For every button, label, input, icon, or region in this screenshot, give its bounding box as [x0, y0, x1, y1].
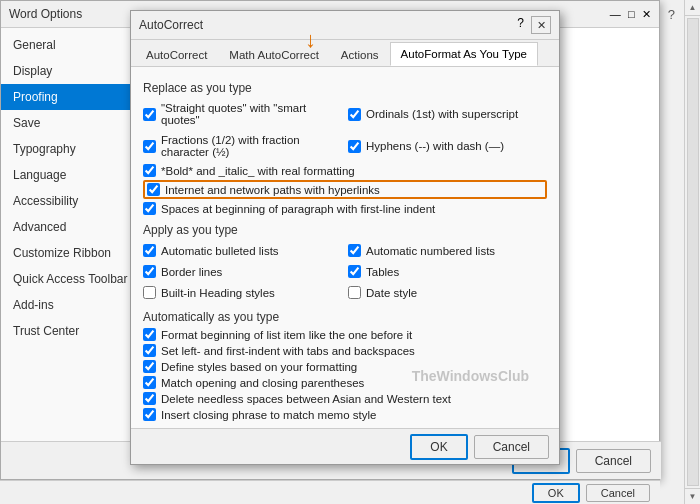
sidebar-item-general[interactable]: General — [1, 32, 145, 58]
tab-actions[interactable]: Actions — [330, 43, 390, 66]
border-lines-label: Border lines — [161, 266, 222, 278]
border-lines-checkbox[interactable] — [143, 265, 156, 278]
tables-label: Tables — [366, 266, 399, 278]
sidebar-item-customize-ribbon[interactable]: Customize Ribbon — [1, 240, 145, 266]
hyphens-checkbox[interactable] — [348, 140, 361, 153]
straight-quotes-checkbox[interactable] — [143, 108, 156, 121]
scroll-down-arrow[interactable]: ▼ — [685, 488, 701, 504]
sidebar-item-add-ins[interactable]: Add-ins — [1, 292, 145, 318]
hyphens-row: Hyphens (--) with dash (—) — [348, 134, 547, 158]
sidebar-item-trust-center[interactable]: Trust Center — [1, 318, 145, 344]
sidebar-item-save[interactable]: Save — [1, 110, 145, 136]
set-indent-label: Set left- and first-indent with tabs and… — [161, 345, 415, 357]
dialog-content: Replace as you type "Straight quotes" wi… — [131, 67, 559, 450]
minimize-icon[interactable]: — — [610, 8, 621, 20]
match-parentheses-row: Match opening and closing parentheses — [143, 376, 547, 389]
border-lines-row: Border lines — [143, 265, 342, 278]
set-indent-row: Set left- and first-indent with tabs and… — [143, 344, 547, 357]
spaces-indent-checkbox[interactable] — [143, 202, 156, 215]
set-indent-checkbox[interactable] — [143, 344, 156, 357]
ordinals-checkbox[interactable] — [348, 108, 361, 121]
delete-needless-spaces-checkbox[interactable] — [143, 392, 156, 405]
dialog-titlebar: AutoCorrect ? ✕ — [131, 11, 559, 40]
word-options-titlebar-controls: — □ ✕ — [610, 7, 651, 21]
auto-bulleted-checkbox[interactable] — [143, 244, 156, 257]
auto-bulleted-label: Automatic bulleted lists — [161, 245, 279, 257]
tables-row: Tables — [348, 265, 547, 278]
replace-section-label: Replace as you type — [143, 81, 547, 95]
delete-needless-spaces-label: Delete needless spaces between Asian and… — [161, 393, 451, 405]
date-style-label: Date style — [366, 287, 417, 299]
outer-bottom-bar: OK Cancel — [0, 480, 660, 504]
date-style-row: Date style — [348, 286, 547, 299]
delete-needless-spaces-row: Delete needless spaces between Asian and… — [143, 392, 547, 405]
internet-paths-checkbox[interactable] — [147, 183, 160, 196]
bold-italic-label: *Bold* and _italic_ with real formatting — [161, 165, 355, 177]
sidebar-item-display[interactable]: Display — [1, 58, 145, 84]
sidebar-item-language[interactable]: Language — [1, 162, 145, 188]
define-styles-row: Define styles based on your formatting — [143, 360, 547, 373]
builtin-heading-row: Built-in Heading styles — [143, 286, 342, 299]
dialog-title: AutoCorrect — [139, 18, 203, 32]
sidebar-item-accessibility[interactable]: Accessibility — [1, 188, 145, 214]
define-styles-checkbox[interactable] — [143, 360, 156, 373]
tables-checkbox[interactable] — [348, 265, 361, 278]
scroll-up-arrow[interactable]: ▲ — [685, 0, 701, 16]
sidebar-item-proofing[interactable]: Proofing — [1, 84, 145, 110]
outer-ok-button[interactable]: OK — [532, 483, 580, 503]
dialog-close-button[interactable]: ✕ — [531, 16, 551, 34]
word-options-cancel-button[interactable]: Cancel — [576, 449, 651, 473]
dialog-cancel-button[interactable]: Cancel — [474, 435, 549, 459]
sidebar-item-advanced[interactable]: Advanced — [1, 214, 145, 240]
internet-paths-label: Internet and network paths with hyperlin… — [165, 184, 380, 196]
dialog-ok-button[interactable]: OK — [410, 434, 467, 460]
dialog-help-icon[interactable]: ? — [512, 16, 529, 34]
replace-two-col: "Straight quotes" with "smart quotes" Or… — [143, 99, 547, 161]
fractions-checkbox[interactable] — [143, 140, 156, 153]
insert-closing-phrase-label: Insert closing phrase to match memo styl… — [161, 409, 376, 421]
tab-bar: AutoCorrect Math AutoCorrect Actions Aut… — [131, 40, 559, 67]
outer-cancel-button[interactable]: Cancel — [586, 484, 650, 502]
scrollbar-right: ▲ ▼ — [684, 0, 700, 504]
fractions-row: Fractions (1/2) with fraction character … — [143, 134, 342, 158]
format-list-item-row: Format beginning of list item like the o… — [143, 328, 547, 341]
builtin-heading-label: Built-in Heading styles — [161, 287, 275, 299]
straight-quotes-label: "Straight quotes" with "smart quotes" — [161, 102, 342, 126]
tab-autocorrect[interactable]: AutoCorrect — [135, 43, 218, 66]
bold-italic-row: *Bold* and _italic_ with real formatting — [143, 164, 547, 177]
dialog-bottom-bar: OK Cancel — [131, 428, 559, 464]
format-list-item-checkbox[interactable] — [143, 328, 156, 341]
arrow-indicator: ↓ — [305, 27, 316, 53]
match-parentheses-checkbox[interactable] — [143, 376, 156, 389]
auto-numbered-label: Automatic numbered lists — [366, 245, 495, 257]
match-parentheses-label: Match opening and closing parentheses — [161, 377, 364, 389]
spaces-indent-row: Spaces at beginning of paragraph with fi… — [143, 202, 547, 215]
apply-two-col: Automatic bulleted lists Automatic numbe… — [143, 241, 547, 302]
auto-numbered-row: Automatic numbered lists — [348, 244, 547, 257]
insert-closing-phrase-checkbox[interactable] — [143, 408, 156, 421]
apply-section-label: Apply as you type — [143, 223, 547, 237]
fractions-label: Fractions (1/2) with fraction character … — [161, 134, 342, 158]
word-options-title: Word Options — [9, 7, 82, 21]
auto-bulleted-row: Automatic bulleted lists — [143, 244, 342, 257]
close-icon[interactable]: ✕ — [642, 8, 651, 20]
builtin-heading-checkbox[interactable] — [143, 286, 156, 299]
insert-closing-phrase-row: Insert closing phrase to match memo styl… — [143, 408, 547, 421]
sidebar-item-typography[interactable]: Typography — [1, 136, 145, 162]
automatically-section-label: Automatically as you type — [143, 310, 547, 324]
define-styles-label: Define styles based on your formatting — [161, 361, 357, 373]
ordinals-label: Ordinals (1st) with superscript — [366, 108, 518, 120]
bold-italic-checkbox[interactable] — [143, 164, 156, 177]
spaces-indent-label: Spaces at beginning of paragraph with fi… — [161, 203, 435, 215]
help-button[interactable]: ? — [668, 7, 675, 22]
date-style-checkbox[interactable] — [348, 286, 361, 299]
straight-quotes-row: "Straight quotes" with "smart quotes" — [143, 102, 342, 126]
dialog-titlebar-buttons: ? ✕ — [512, 16, 551, 34]
sidebar-item-quick-access-toolbar[interactable]: Quick Access Toolbar — [1, 266, 145, 292]
sidebar: General Display Proofing Save Typography… — [1, 28, 146, 474]
maximize-icon[interactable]: □ — [628, 8, 635, 20]
auto-numbered-checkbox[interactable] — [348, 244, 361, 257]
internet-paths-row: Internet and network paths with hyperlin… — [143, 180, 547, 199]
tab-autoformat-as-you-type[interactable]: AutoFormat As You Type — [390, 42, 538, 66]
hyphens-label: Hyphens (--) with dash (—) — [366, 140, 504, 152]
